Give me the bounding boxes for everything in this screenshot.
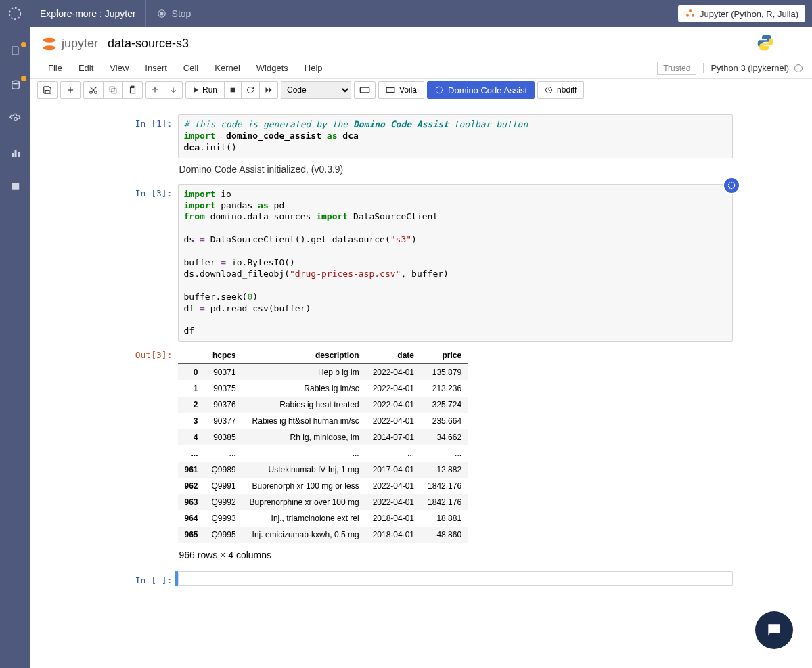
code-text: ds.download_fileobj(: [184, 269, 290, 279]
voila-button[interactable]: Voilà: [378, 81, 424, 99]
domino-code-assist-button[interactable]: Domino Code Assist: [427, 81, 535, 99]
notebook-name[interactable]: data-source-s3: [108, 37, 189, 51]
code-text: DataSourceClient: [348, 211, 438, 221]
settings-icon[interactable]: [9, 112, 22, 126]
dca-cell-badge-icon[interactable]: [723, 177, 740, 194]
kernel-name[interactable]: Python 3 (ipykernel): [703, 63, 803, 73]
out-prompt: Out[3]:: [110, 346, 178, 567]
trusted-badge[interactable]: Trusted: [657, 62, 696, 75]
menu-cell[interactable]: Cell: [175, 63, 206, 73]
code-text: df: [184, 326, 195, 336]
command-palette-button[interactable]: [354, 81, 376, 99]
table-row: 963Q9992Buprenorphine xr over 100 mg2022…: [178, 494, 469, 510]
kw: import: [184, 200, 216, 210]
move-down-button[interactable]: [164, 81, 183, 99]
dca-label: Domino Code Assist: [448, 85, 527, 95]
menu-kernel[interactable]: Kernel: [206, 63, 248, 73]
add-cell-button[interactable]: [60, 81, 81, 99]
comment-text: # this code is generated by the: [184, 119, 353, 129]
kw: import: [184, 189, 216, 199]
run-button[interactable]: Run: [185, 81, 225, 99]
code-input[interactable]: # this code is generated by the Domino C…: [178, 114, 733, 158]
code-text: domino_code_assist: [215, 131, 326, 141]
code-input[interactable]: [178, 571, 733, 586]
svg-point-14: [43, 45, 56, 50]
code-text: df: [184, 303, 200, 313]
notebook-area[interactable]: In [1]: # this code is generated by the …: [30, 102, 812, 668]
code-cell-active[interactable]: In [ ]:: [110, 571, 733, 586]
cut-button[interactable]: [83, 81, 104, 99]
python-logo-icon: [755, 32, 775, 55]
code-text: , buffer): [401, 269, 448, 279]
svg-point-8: [14, 118, 17, 121]
toolbar: Run Code Voilà Domino Code Assist nbdiff: [30, 79, 812, 102]
code-text: pandas: [215, 200, 258, 210]
menu-help[interactable]: Help: [296, 63, 331, 73]
code-text: ): [252, 292, 258, 302]
svg-point-4: [686, 14, 689, 17]
restart-button[interactable]: [241, 81, 260, 99]
svg-point-0: [9, 8, 21, 20]
svg-marker-27: [194, 87, 198, 93]
files-icon[interactable]: [9, 45, 22, 58]
jupyter-env-pill[interactable]: Jupyter (Python, R, Julia): [678, 5, 805, 22]
notebook-icon[interactable]: [9, 180, 22, 194]
interrupt-button[interactable]: [224, 81, 242, 99]
chat-fab[interactable]: [755, 611, 793, 649]
table-header: description: [243, 347, 366, 364]
str: "s3": [390, 234, 411, 244]
code-text: dca: [184, 142, 200, 152]
table-row: 190375Rabies ig im/sc2022-04-01213.236: [178, 380, 469, 397]
menu-edit[interactable]: Edit: [70, 63, 102, 73]
svg-rect-12: [12, 183, 19, 190]
svg-point-3: [689, 9, 692, 12]
domino-logo-icon[interactable]: [0, 6, 30, 21]
main-content: jupyter data-source-s3 File Edit View In…: [30, 27, 812, 668]
stop-button[interactable]: Stop: [146, 8, 202, 19]
code-cell[interactable]: In [1]: # this code is generated by the …: [110, 114, 733, 180]
in-prompt: In [3]:: [110, 184, 178, 342]
move-up-button[interactable]: [145, 81, 164, 99]
output-cell: Out[3]: hcpcsdescriptiondateprice 090371…: [110, 346, 733, 567]
copy-button[interactable]: [103, 81, 123, 99]
left-nav-rail: [0, 27, 30, 668]
menu-widgets[interactable]: Widgets: [248, 63, 296, 73]
code-text: ds: [184, 234, 200, 244]
jupyter-logo[interactable]: jupyter: [40, 35, 98, 53]
restart-run-all-button[interactable]: [259, 81, 278, 99]
save-button[interactable]: [37, 81, 58, 99]
run-label: Run: [202, 85, 217, 95]
menu-insert[interactable]: Insert: [137, 63, 175, 73]
code-input[interactable]: import io import pandas as pd from domin…: [178, 184, 733, 342]
cell-type-select[interactable]: Code: [281, 81, 351, 99]
svg-point-33: [436, 87, 442, 93]
svg-rect-6: [12, 47, 18, 55]
table-row: 290376Rabies ig heat treated2022-04-0132…: [178, 397, 469, 413]
in-prompt: In [1]:: [110, 114, 178, 180]
menu-file[interactable]: File: [40, 63, 70, 73]
table-row: 965Q9995Inj. emicizumab-kxwh, 0.5 mg2018…: [178, 527, 469, 543]
svg-marker-30: [269, 87, 272, 93]
nbdiff-button[interactable]: nbdiff: [537, 81, 584, 99]
table-row: 390377Rabies ig ht&sol human im/sc2022-0…: [178, 413, 469, 429]
svg-rect-9: [12, 153, 14, 157]
svg-rect-10: [14, 150, 16, 158]
op: =: [200, 303, 205, 313]
metrics-icon[interactable]: [9, 146, 22, 160]
workspace-title: Explore-more : Jupyter: [30, 0, 146, 27]
jupyter-header: jupyter data-source-s3: [30, 27, 812, 58]
code-text: pd.read_csv(buffer): [205, 303, 311, 313]
paste-button[interactable]: [122, 81, 143, 99]
op: =: [221, 257, 226, 267]
data-icon[interactable]: [9, 79, 22, 92]
voila-label: Voilà: [399, 85, 417, 95]
code-text: io: [215, 189, 231, 199]
menu-view[interactable]: View: [102, 63, 137, 73]
code-cell[interactable]: In [3]: import io import pandas as pd fr…: [110, 184, 733, 342]
table-header: [178, 347, 205, 364]
kernel-name-label: Python 3 (ipykernel): [710, 63, 789, 73]
svg-rect-32: [386, 88, 394, 93]
menu-bar: File Edit View Insert Cell Kernel Widget…: [30, 58, 812, 79]
table-header: hcpcs: [205, 347, 243, 364]
table-row: ...............: [178, 445, 469, 462]
